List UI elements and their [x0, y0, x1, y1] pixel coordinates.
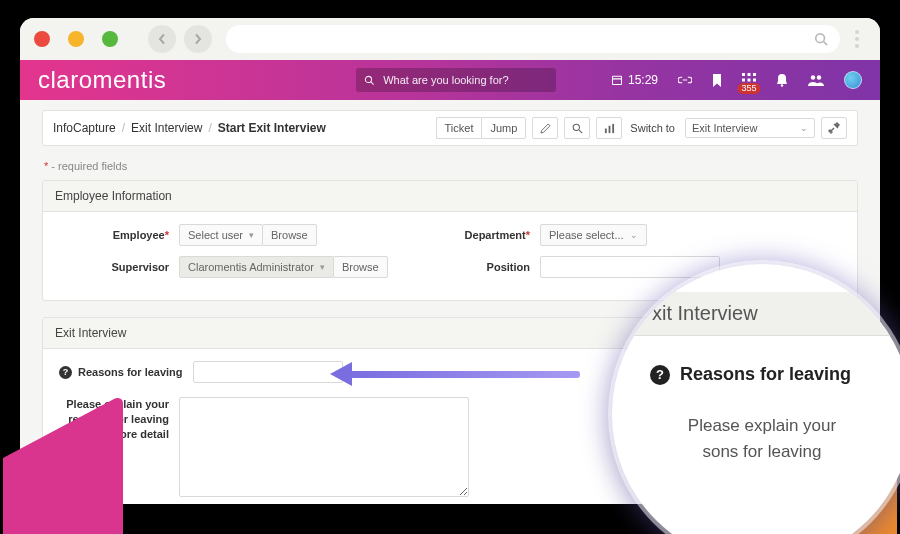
edit-icon: [540, 123, 551, 134]
svg-rect-8: [753, 73, 756, 76]
svg-line-3: [371, 81, 374, 84]
close-window-button[interactable]: [34, 31, 50, 47]
people-icon[interactable]: [808, 74, 824, 86]
brand-logo: claromentis: [38, 66, 166, 94]
search-icon: [572, 123, 583, 134]
browser-menu-button[interactable]: [848, 30, 866, 48]
info-icon[interactable]: ?: [59, 366, 72, 379]
forward-button[interactable]: [184, 25, 212, 53]
magnifier-reasons-label: Reasons for leaving: [680, 364, 851, 385]
bookmark-icon[interactable]: [712, 74, 722, 87]
edit-button[interactable]: [532, 117, 558, 139]
bell-icon[interactable]: [776, 73, 788, 87]
svg-rect-9: [742, 79, 745, 82]
required-fields-note: * - required fields: [44, 160, 858, 172]
tools-icon: [828, 122, 840, 134]
svg-rect-21: [608, 125, 610, 132]
svg-line-19: [579, 130, 582, 133]
switch-to-select[interactable]: Exit Interview ⌄: [685, 118, 815, 138]
ticket-label: Ticket: [436, 117, 482, 139]
search-icon: [364, 75, 375, 86]
svg-rect-6: [742, 73, 745, 76]
link-icon[interactable]: [678, 74, 692, 86]
clock-widget[interactable]: 15:29: [611, 73, 658, 87]
svg-point-16: [811, 75, 815, 79]
breadcrumb-mid[interactable]: Exit Interview: [131, 121, 202, 135]
info-icon: ?: [650, 365, 670, 385]
detail-textarea[interactable]: [179, 397, 469, 497]
callout-arrow: [330, 366, 580, 382]
jump-button[interactable]: Jump: [481, 117, 526, 139]
clock-time: 15:29: [628, 73, 658, 87]
minimize-window-button[interactable]: [68, 31, 84, 47]
calendar-icon: [611, 74, 623, 86]
department-select[interactable]: Please select... ⌄: [540, 224, 647, 246]
svg-rect-4: [612, 76, 621, 84]
employee-browse-button[interactable]: Browse: [262, 224, 317, 246]
supervisor-label: Supervisor: [59, 261, 179, 273]
svg-rect-20: [605, 128, 607, 133]
supervisor-select[interactable]: Claromentis Administrator ▾: [179, 256, 334, 278]
svg-rect-7: [748, 73, 751, 76]
global-search[interactable]: What are you looking for?: [356, 68, 556, 92]
svg-point-17: [817, 75, 821, 79]
position-label: Position: [450, 261, 540, 273]
svg-line-1: [824, 42, 828, 46]
switch-to-label: Switch to: [630, 122, 675, 134]
detail-label: Please explain your reasons for leaving …: [59, 397, 179, 442]
maximize-window-button[interactable]: [102, 31, 118, 47]
svg-point-18: [573, 124, 579, 130]
breadcrumb-toolbar: InfoCapture / Exit Interview / Start Exi…: [42, 110, 858, 146]
search-placeholder: What are you looking for?: [383, 74, 508, 86]
breadcrumb-root[interactable]: InfoCapture: [53, 121, 116, 135]
reasons-label: Reasons for leaving: [78, 365, 193, 380]
employee-info-header: Employee Information: [43, 181, 857, 212]
svg-point-2: [366, 76, 372, 82]
chevron-down-icon: ▾: [320, 262, 325, 272]
reasons-input[interactable]: [193, 361, 343, 383]
avatar[interactable]: [844, 71, 862, 89]
apps-icon[interactable]: 355: [742, 73, 756, 87]
address-bar[interactable]: [226, 25, 840, 53]
window-controls: [34, 31, 118, 47]
breadcrumb-current: Start Exit Interview: [218, 121, 326, 135]
svg-rect-22: [612, 123, 614, 132]
employee-select[interactable]: Select user ▾: [179, 224, 263, 246]
svg-rect-10: [748, 79, 751, 82]
app-topbar: claromentis What are you looking for? 15…: [20, 60, 880, 100]
chevron-down-icon: ▾: [249, 230, 254, 240]
chevron-down-icon: ⌄: [630, 230, 638, 240]
svg-point-0: [816, 34, 825, 43]
supervisor-browse-button[interactable]: Browse: [333, 256, 388, 278]
topbar-icons: 15:29 355: [611, 71, 862, 89]
stats-button[interactable]: [596, 117, 622, 139]
back-button[interactable]: [148, 25, 176, 53]
magnifier-detail-text: Please explain your sons for leaving: [636, 413, 888, 464]
settings-button[interactable]: [821, 117, 847, 139]
bar-chart-icon: [604, 123, 615, 134]
employee-label: Employee*: [59, 229, 179, 241]
position-input[interactable]: [540, 256, 720, 278]
browser-titlebar: [20, 18, 880, 60]
svg-rect-11: [753, 79, 756, 82]
chevron-down-icon: ⌄: [800, 123, 808, 133]
department-label: Department*: [450, 229, 540, 241]
notification-badge: 355: [737, 83, 760, 94]
svg-point-15: [781, 84, 783, 86]
search-icon: [814, 32, 828, 46]
search-button[interactable]: [564, 117, 590, 139]
nav-buttons: [148, 25, 212, 53]
